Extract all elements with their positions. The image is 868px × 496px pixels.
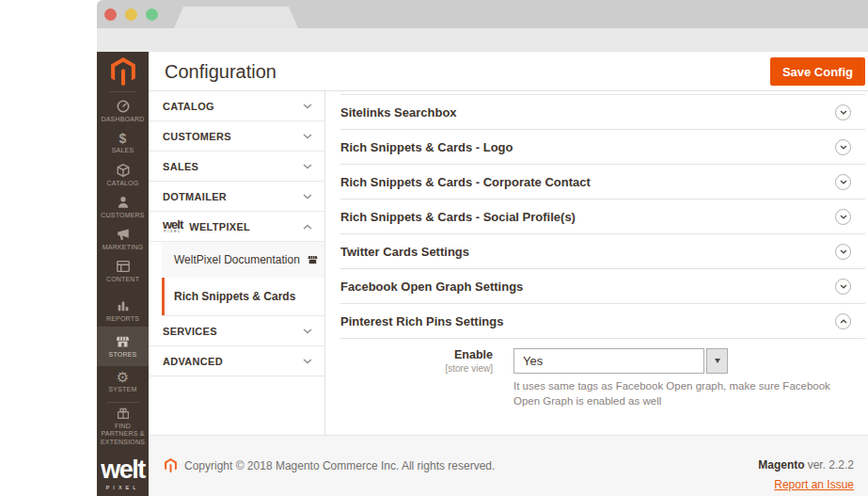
dollar-icon: $ (119, 132, 127, 145)
enable-field-scope: [store view] (340, 363, 493, 374)
sidebar-item-label: FIND PARTNERS & EXTENSIONS (97, 423, 149, 446)
gift-icon (116, 407, 131, 421)
sidebar-item-content[interactable]: CONTENT (97, 255, 149, 287)
section-sitelinks-searchbox[interactable]: Sitelinks Searchbox (340, 95, 865, 130)
enable-field-label-block: Enable [store view] (340, 348, 493, 408)
nav-item-weltpixel-documentation[interactable]: WeltPixel Documentation (162, 242, 324, 278)
chevron-down-icon (303, 164, 312, 169)
section-title: Twitter Cards Settings (340, 245, 469, 259)
enable-field-note: It uses same tags as Facebook Open graph… (513, 378, 844, 408)
enable-select[interactable]: Yes (513, 348, 844, 374)
section-twitter-cards[interactable]: Twitter Cards Settings (340, 234, 865, 269)
weltpixel-logo-subtext: PIXEL (97, 485, 149, 490)
person-icon (116, 195, 131, 210)
nav-section-label: DOTMAILER (163, 191, 227, 202)
section-facebook-open-graph[interactable]: Facebook Open Graph Settings (340, 269, 865, 304)
sidebar-item-marketing[interactable]: MARKETING (97, 223, 149, 255)
chevron-down-circle-icon[interactable] (835, 104, 851, 120)
minimize-window-button[interactable] (125, 8, 137, 21)
sidebar-item-label: CATALOG (106, 180, 140, 187)
page-header: Configuration Save Config (149, 52, 868, 91)
report-issue-link[interactable]: Report an Issue (758, 475, 854, 495)
page-title: Configuration (165, 52, 276, 91)
zoom-window-button[interactable] (146, 8, 158, 21)
config-section-list: Sitelinks Searchbox Rich Snippets & Card… (340, 94, 865, 339)
box-icon (116, 163, 131, 178)
config-content: Sitelinks Searchbox Rich Snippets & Card… (326, 91, 868, 435)
admin-footer: Copyright © 2018 Magento Commerce Inc. A… (149, 435, 868, 496)
sidebar-item-reports[interactable]: REPORTS (97, 295, 149, 327)
section-rich-snippets-logo[interactable]: Rich Snippets & Cards - Logo (340, 130, 865, 165)
footer-product-name: Magento (758, 458, 804, 472)
select-dropdown-arrow-icon[interactable] (706, 348, 728, 374)
sidebar-item-catalog[interactable]: CATALOG (97, 159, 149, 191)
footer-copyright-text: Copyright © 2018 Magento Commerce Inc. A… (184, 459, 495, 472)
sidebar-item-system[interactable]: ⚙ SYSTEM (97, 366, 149, 398)
sidebar-item-dashboard[interactable]: DASHBOARD (97, 95, 149, 127)
section-title: Rich Snippets & Cards - Logo (340, 140, 513, 154)
chevron-up-icon (303, 224, 312, 230)
save-config-button[interactable]: Save Config (770, 57, 865, 86)
weltpixel-logo-text: welt (97, 457, 149, 483)
section-title: Rich Snippets & Cards - Social Profile(s… (340, 210, 576, 224)
browser-tab-bar (97, 0, 868, 28)
gauge-icon (116, 99, 131, 114)
sidebar-item-stores[interactable]: STORES (97, 327, 149, 366)
browser-window: DASHBOARD $ SALES CATALOG CUSTOME (97, 0, 868, 496)
nav-section-services[interactable]: SERVICES (149, 316, 324, 346)
storefront-icon (307, 254, 319, 265)
nav-section-weltpixel[interactable]: welt PIXEL WELTPIXEL (149, 212, 324, 242)
enable-select-value[interactable]: Yes (513, 348, 704, 374)
sidebar-item-label: MARKETING (102, 244, 144, 251)
chevron-down-circle-icon[interactable] (835, 139, 851, 155)
chevron-down-circle-icon[interactable] (835, 209, 851, 225)
nav-section-label: SERVICES (163, 326, 217, 337)
nav-section-customers[interactable]: CUSTOMERS (149, 121, 324, 152)
sidebar-item-label: DASHBOARD (100, 116, 145, 123)
footer-version: ver. 2.2.2 (808, 458, 854, 472)
weltpixel-mini-logo-subtext: PIXEL (163, 231, 182, 234)
sidebar-item-label: SALES (111, 147, 135, 154)
nav-section-advanced[interactable]: ADVANCED (149, 346, 324, 376)
nav-section-sales[interactable]: SALES (149, 152, 324, 182)
sidebar-item-label: REPORTS (105, 315, 140, 323)
close-window-button[interactable] (104, 8, 117, 21)
footer-copyright-block: Copyright © 2018 Magento Commerce Inc. A… (165, 458, 495, 472)
nav-section-dotmailer[interactable]: DOTMAILER (149, 182, 324, 212)
nav-section-label: WELTPIXEL (189, 221, 250, 232)
nav-section-catalog[interactable]: CATALOG (149, 91, 324, 121)
enable-field-label: Enable (340, 348, 493, 363)
weltpixel-subsection: WeltPixel Documentation Rich Snippets & … (162, 242, 324, 316)
enable-field-row: Enable [store view] Yes It uses same tag… (340, 348, 865, 408)
chevron-down-circle-icon[interactable] (835, 174, 851, 190)
nav-section-label: CATALOG (163, 101, 214, 112)
storefront-icon (115, 334, 131, 349)
chevron-down-circle-icon[interactable] (835, 279, 851, 295)
nav-item-label: WeltPixel Documentation (174, 253, 300, 266)
bar-chart-icon (116, 298, 131, 313)
sidebar-item-sales[interactable]: $ SALES (97, 127, 149, 159)
chevron-down-icon (303, 194, 312, 200)
section-rich-snippets-social-profiles[interactable]: Rich Snippets & Cards - Social Profile(s… (340, 200, 865, 234)
sidebar-item-find-partners[interactable]: FIND PARTNERS & EXTENSIONS (97, 407, 149, 446)
chevron-down-circle-icon[interactable] (835, 244, 851, 260)
chevron-up-circle-icon[interactable] (835, 313, 851, 329)
sidebar-item-label: CUSTOMERS (100, 212, 145, 219)
section-rich-snippets-corporate-contact[interactable]: Rich Snippets & Cards - Corporate Contac… (340, 165, 865, 200)
nav-section-label: CUSTOMERS (163, 131, 231, 142)
nav-section-label: SALES (163, 161, 198, 172)
section-title: Sitelinks Searchbox (340, 105, 457, 120)
magento-footer-icon (165, 458, 177, 472)
divider (109, 91, 136, 92)
browser-tab[interactable] (174, 7, 298, 28)
chevron-down-icon (303, 328, 312, 334)
section-pinterest-rich-pins[interactable]: Pinterest Rich Pins Settings (340, 304, 865, 339)
chevron-down-icon (303, 104, 312, 109)
sidebar-item-label: CONTENT (105, 276, 140, 283)
magento-logo[interactable] (97, 52, 149, 91)
weltpixel-logo: welt PIXEL (97, 457, 149, 496)
magento-logo-icon (111, 57, 135, 86)
nav-item-rich-snippets-cards[interactable]: Rich Snippets & Cards (162, 278, 324, 315)
sidebar-item-customers[interactable]: CUSTOMERS (97, 191, 149, 223)
browser-toolbar (97, 28, 868, 52)
